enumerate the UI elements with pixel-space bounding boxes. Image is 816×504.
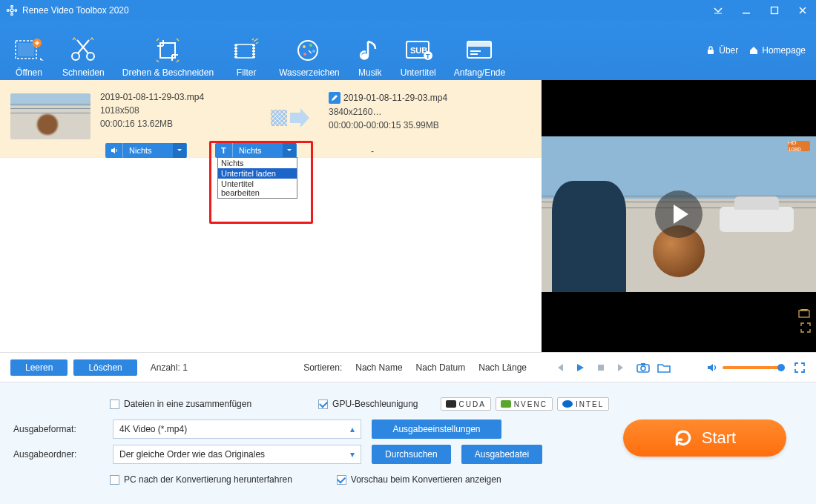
merge-label: Dateien in eine zusammenfügen bbox=[124, 399, 251, 409]
shutdown-checkbox[interactable]: PC nach der Konvertierung herunterfahren bbox=[110, 474, 292, 485]
music-note-icon bbox=[358, 35, 383, 64]
svg-point-19 bbox=[303, 53, 306, 56]
preview-play-button[interactable] bbox=[655, 190, 703, 238]
audio-dropdown[interactable]: Nichts bbox=[105, 143, 187, 158]
card-icon bbox=[465, 35, 493, 64]
source-info: 2019-01-08-11-29-03.mp4 1018x508 00:00:1… bbox=[100, 92, 254, 129]
close-button[interactable] bbox=[795, 3, 810, 18]
preview-frame: HD 1080 bbox=[542, 136, 816, 292]
minimize-button[interactable] bbox=[739, 3, 754, 18]
output-folder-value: Der gleiche Order wie das Originales bbox=[119, 449, 265, 460]
sort-by-name[interactable]: Nach Name bbox=[355, 362, 402, 373]
dropdown-caret-icon[interactable] bbox=[711, 3, 725, 18]
file-list-pane: 2019-01-08-11-29-03.mp4 1018x508 00:00:1… bbox=[0, 80, 542, 352]
gpu-checkbox[interactable]: GPU-Beschleunigung bbox=[318, 399, 418, 409]
fullscreen-button[interactable] bbox=[794, 362, 806, 374]
svg-point-4 bbox=[15, 10, 17, 12]
prev-track-button[interactable] bbox=[552, 360, 567, 375]
count-value: 1 bbox=[182, 362, 188, 373]
speaker-icon bbox=[105, 143, 123, 158]
browse-button[interactable]: Durchsuchen bbox=[372, 445, 451, 464]
titlebar: Renee Video Toolbox 2020 bbox=[0, 0, 816, 21]
rotate-crop-button[interactable]: Drehen & Beschneiden bbox=[122, 23, 214, 78]
svg-point-18 bbox=[312, 50, 315, 53]
svg-point-11 bbox=[72, 53, 79, 60]
svg-text:T: T bbox=[426, 53, 430, 60]
subtitle-dropdown[interactable]: T Nichts bbox=[215, 143, 297, 158]
audio-value: Nichts bbox=[123, 146, 173, 155]
sort-by-length[interactable]: Nach Länge bbox=[478, 362, 527, 373]
filter-label: Filter bbox=[237, 67, 257, 78]
cut-label: Schneiden bbox=[62, 67, 105, 78]
subtitle-option-none[interactable]: Nichts bbox=[218, 158, 297, 168]
about-link[interactable]: Über bbox=[705, 45, 738, 56]
subtitle-dropdown-menu[interactable]: Nichts Untertitel laden Untertitel bearb… bbox=[217, 157, 297, 199]
count-label: Anzahl: 1 bbox=[151, 362, 188, 373]
start-button[interactable]: Start bbox=[623, 420, 786, 457]
subtitle-option-edit[interactable]: Untertitel bearbeiten bbox=[218, 179, 297, 198]
edit-icon[interactable] bbox=[329, 92, 340, 104]
homepage-label: Homepage bbox=[762, 45, 806, 56]
app-logo-icon bbox=[6, 4, 18, 16]
play-button[interactable] bbox=[573, 360, 588, 375]
svg-point-12 bbox=[87, 53, 94, 60]
volume-slider[interactable] bbox=[723, 366, 782, 369]
svg-point-0 bbox=[10, 9, 13, 12]
settings-panel: Dateien in eine zusammenfügen GPU-Beschl… bbox=[0, 382, 816, 504]
svg-point-34 bbox=[641, 366, 645, 371]
next-track-button[interactable] bbox=[614, 360, 629, 375]
preview-convert-label: Vorschau beim Konvertieren anzeigen bbox=[351, 474, 501, 485]
shutdown-label: PC nach der Konvertierung herunterfahren bbox=[124, 474, 292, 485]
svg-rect-31 bbox=[799, 311, 809, 317]
svg-point-1 bbox=[11, 5, 13, 7]
clip-icon[interactable] bbox=[798, 308, 812, 319]
output-settings-button[interactable]: Ausgabeeinstellungen bbox=[372, 420, 501, 439]
stop-button[interactable] bbox=[593, 360, 608, 375]
chevron-down-icon: ▾ bbox=[350, 449, 355, 460]
source-duration-size: 00:00:16 13.62MB bbox=[100, 119, 254, 129]
svg-point-20 bbox=[361, 53, 369, 59]
preview-convert-checkbox[interactable]: Vorschau beim Konvertieren anzeigen bbox=[337, 474, 501, 485]
chevron-up-icon: ▴ bbox=[350, 424, 355, 434]
output-format-label: Ausgabeformat: bbox=[13, 424, 102, 434]
homepage-link[interactable]: Homepage bbox=[748, 45, 806, 56]
svg-rect-6 bbox=[743, 13, 750, 14]
sort-by-date[interactable]: Nach Datum bbox=[416, 362, 466, 373]
open-button[interactable]: Öffnen bbox=[13, 23, 45, 78]
volume-icon[interactable] bbox=[706, 362, 718, 373]
subtitle-option-load[interactable]: Untertitel laden bbox=[218, 168, 297, 179]
hd-badge: HD 1080 bbox=[788, 141, 810, 151]
output-folder-select[interactable]: Der gleiche Order wie das Originales ▾ bbox=[113, 445, 361, 464]
watermark-button[interactable]: Wasserzeichen bbox=[279, 23, 340, 78]
lock-icon bbox=[705, 45, 716, 56]
output-file-button[interactable]: Ausgabedatei bbox=[461, 445, 542, 464]
watermark-label: Wasserzeichen bbox=[279, 67, 340, 78]
svg-point-16 bbox=[303, 45, 306, 48]
chevron-down-icon bbox=[283, 143, 296, 158]
gpu-badges: CUDA NVENC INTEL bbox=[441, 397, 610, 411]
filmstrip-magic-icon bbox=[231, 35, 261, 64]
music-button[interactable]: Musik bbox=[358, 23, 383, 78]
clear-button[interactable]: Leeren bbox=[10, 359, 68, 376]
nvenc-badge: NVENC bbox=[496, 397, 553, 411]
merge-checkbox[interactable]: Dateien in eine zusammenfügen bbox=[110, 399, 251, 409]
output-format-select[interactable]: 4K Video (*.mp4) ▴ bbox=[113, 420, 361, 439]
destination-filename: 2019-01-08-11-29-03.mp4 bbox=[343, 93, 447, 103]
delete-button[interactable]: Löschen bbox=[73, 359, 136, 376]
filter-button[interactable]: Filter bbox=[231, 23, 261, 78]
subtitle-button[interactable]: SUBT Untertitel bbox=[401, 23, 436, 78]
svg-rect-29 bbox=[708, 50, 714, 54]
svg-point-2 bbox=[11, 13, 13, 16]
expand-icon[interactable] bbox=[800, 322, 812, 334]
main-toolbar: Öffnen Schneiden Drehen & Beschneiden Fi… bbox=[0, 21, 816, 80]
start-end-button[interactable]: Anfang/Ende bbox=[454, 23, 505, 78]
output-folder-label: Ausgabeordner: bbox=[13, 449, 102, 460]
cut-button[interactable]: Schneiden bbox=[62, 23, 105, 78]
maximize-button[interactable] bbox=[767, 3, 782, 18]
open-folder-button[interactable] bbox=[657, 362, 671, 373]
svg-rect-14 bbox=[236, 44, 254, 58]
arrow-icon bbox=[254, 92, 329, 130]
chevron-down-icon bbox=[173, 143, 186, 158]
snapshot-button[interactable] bbox=[636, 362, 650, 374]
svg-rect-27 bbox=[470, 50, 481, 52]
